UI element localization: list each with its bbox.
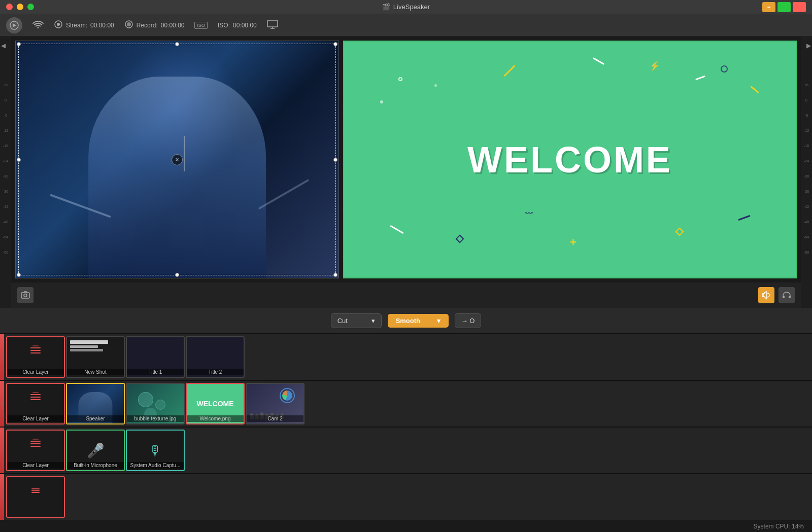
source-row-4: ··· [0, 473, 812, 520]
vu-meter-right: ▶ +6 0 -6 -12 -18 -24 -30 -36 -42 -48 -5… [801, 37, 812, 308]
crop-handle-tl[interactable] [17, 42, 21, 46]
previews-container: × ⚡ 〰 + [11, 37, 801, 282]
row-2-handle[interactable]: ··· [0, 381, 4, 427]
close-button[interactable] [6, 4, 13, 10]
wc-split-button[interactable]: ▪▪ [762, 2, 775, 12]
wifi-item[interactable] [32, 20, 44, 30]
cpu-label: System CPU: [754, 523, 790, 530]
headphone-button[interactable] [779, 287, 795, 303]
clear-layer-icon-3 [28, 437, 43, 454]
wc-green-button[interactable] [777, 2, 791, 12]
tile-clear-layer-1[interactable]: Clear Layer [6, 336, 65, 378]
speaker-figure [88, 77, 266, 278]
vu-meter-left: ◀ +6 0 -6 -12 -18 -24 -30 -36 -42 -48 -5… [0, 37, 11, 308]
tile-clear-layer-4[interactable] [6, 476, 65, 518]
row-3-handle[interactable]: ··· [0, 428, 4, 473]
clear-layer-icon-4 [30, 485, 41, 499]
vu-tick-r-36: -36 [801, 189, 812, 204]
svg-rect-6 [21, 293, 29, 298]
tile-cam2[interactable]: Cam 2 [246, 383, 304, 424]
vu-arrow-left[interactable]: ◀ [1, 41, 6, 50]
vu-tick-18: -18 [0, 143, 11, 158]
stream-item: Stream: 00:00:00 [54, 20, 114, 30]
cam2-pie [280, 388, 295, 403]
app-logo[interactable] [6, 17, 22, 33]
monitor-icon-item[interactable] [267, 20, 278, 30]
iso-badge: ISO [194, 22, 208, 29]
crop-handle-left[interactable] [17, 158, 21, 162]
crop-handle-bottom[interactable] [175, 273, 179, 277]
deco-line-4 [750, 86, 759, 93]
tile-title-2[interactable]: Title 2 [186, 336, 245, 378]
tile-speaker[interactable]: Speaker [66, 383, 125, 424]
camera-settings-button[interactable] [17, 287, 33, 303]
output-preview: ⚡ 〰 + WELCOME [343, 41, 797, 278]
tile-clear-layer-3[interactable]: Clear Layer [6, 430, 65, 471]
tile-title-1[interactable]: Title 1 [126, 336, 185, 378]
cut-chevron: ▾ [371, 317, 375, 325]
tile-new-shot[interactable]: New Shot [66, 336, 125, 378]
vu-tick-r-54: -54 [801, 234, 812, 250]
row-1-handle[interactable]: ··· [0, 334, 4, 380]
toolbar: Stream: 00:00:00 Record: 00:00:00 ISO IS… [0, 14, 812, 37]
vu-tick-0: 0 [0, 97, 11, 113]
arrow-transition-button[interactable]: → O [455, 313, 482, 328]
source-tiles-row-2: Clear Layer Speaker bubble texturre.jpg [4, 381, 812, 427]
svg-rect-20 [30, 446, 41, 447]
tile-welcome[interactable]: WELCOME Welcome.png [186, 383, 245, 424]
crop-handle-right[interactable] [333, 158, 337, 162]
deco-circle-1 [398, 77, 402, 81]
deco-line-1 [504, 65, 516, 77]
smooth-label: Smooth [396, 317, 420, 325]
deco-zigzag: 〰 [525, 209, 533, 219]
vu-tick-plus6: +6 [0, 82, 11, 97]
deco-line-6 [738, 215, 751, 221]
crop-handle-top[interactable] [175, 42, 179, 46]
close-crop-button[interactable]: × [172, 154, 183, 165]
audio-output-button[interactable] [758, 287, 774, 303]
app-title: LiveSpeaker [393, 3, 430, 11]
app-icon: 🎬 [382, 3, 390, 11]
builtin-mic-icon: 🎤 [87, 442, 105, 459]
clear-layer-icon-2 [28, 390, 43, 407]
smooth-button[interactable]: Smooth ▾ [388, 314, 449, 328]
vu-tick-r-30: -30 [801, 173, 812, 189]
source-tiles-row-3: Clear Layer 🎤 Built-in Microphone 🎙 Syst… [4, 428, 812, 473]
tile-label-clear-3: Clear Layer [7, 462, 64, 469]
preview-area: × ⚡ 〰 + [11, 37, 801, 308]
svg-rect-19 [30, 443, 41, 444]
minimize-button[interactable] [17, 4, 23, 10]
tile-label-system-audio: System Audio Captu... [127, 462, 184, 469]
record-label: Record: [137, 22, 158, 29]
vu-tick-r-6: -6 [801, 113, 812, 128]
svg-rect-10 [30, 347, 41, 348]
titlebar-title: 🎬 LiveSpeaker [382, 3, 430, 11]
tile-bubble[interactable]: bubble texturre.jpg [126, 383, 185, 424]
crop-handle-bl[interactable] [17, 273, 21, 277]
svg-point-7 [24, 294, 27, 297]
svg-rect-18 [30, 441, 41, 442]
tile-label-title-2: Title 2 [187, 369, 244, 375]
row-4-handle[interactable]: ··· [0, 474, 4, 520]
svg-rect-12 [30, 352, 41, 353]
svg-rect-11 [30, 350, 41, 351]
vu-arrow-right[interactable]: ▶ [806, 41, 811, 50]
iso-item: ISO: 00:00:00 [218, 22, 257, 29]
deco-line-3 [695, 75, 705, 80]
wc-red-button[interactable] [793, 2, 806, 12]
vu-tick-r-plus6: +6 [801, 82, 812, 97]
maximize-button[interactable] [27, 4, 34, 10]
crop-handle-tr[interactable] [333, 42, 337, 46]
tile-system-audio[interactable]: 🎙 System Audio Captu... [126, 430, 185, 471]
microphone [184, 136, 185, 171]
record-item: Record: 00:00:00 [124, 20, 185, 30]
tile-clear-layer-2[interactable]: Clear Layer [6, 383, 65, 424]
tile-label-speaker: Speaker [67, 415, 124, 422]
crop-handle-br[interactable] [333, 273, 337, 277]
vu-tick-r-48: -48 [801, 219, 812, 234]
tile-builtin-mic[interactable]: 🎤 Built-in Microphone [66, 430, 125, 471]
cut-select[interactable]: Cut ▾ [331, 313, 382, 328]
program-preview[interactable]: × [15, 41, 339, 278]
new-shot-bar-1 [70, 340, 108, 344]
svg-rect-14 [30, 394, 41, 395]
